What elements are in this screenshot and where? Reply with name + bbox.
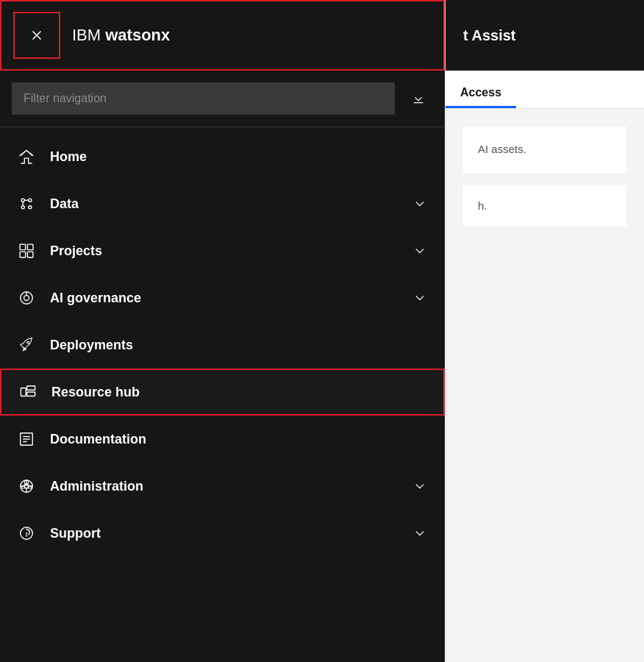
svg-rect-7 [20,244,26,250]
panel-title: t Assist [463,27,516,44]
support-chevron-icon [412,526,427,541]
svg-rect-15 [27,386,35,391]
panel-description: AI assets. [478,141,612,158]
deployments-icon [18,336,35,354]
administration-icon [18,477,35,495]
collapse-all-button[interactable] [404,84,433,113]
tab-access[interactable]: Access [446,86,516,108]
svg-rect-10 [27,252,33,257]
svg-point-3 [21,206,24,209]
ai-governance-chevron-icon [412,291,427,305]
sidebar-item-documentation[interactable]: Documentation [0,416,445,463]
sidebar-item-deployments-label: Deployments [50,338,427,353]
close-button[interactable] [13,12,60,59]
sidebar-item-projects[interactable]: Projects [0,227,445,274]
svg-point-22 [24,484,29,488]
svg-point-12 [24,296,29,301]
sidebar-item-home[interactable]: Home [0,133,445,180]
sidebar-item-ai-governance[interactable]: AI governance [0,274,445,321]
svg-rect-16 [27,392,35,396]
data-chevron-icon [412,196,427,211]
sidebar-item-support-label: Support [50,526,398,541]
projects-chevron-icon [412,243,427,258]
data-icon [18,195,35,213]
svg-rect-5 [24,200,29,201]
svg-rect-14 [21,388,26,396]
sidebar-item-ai-governance-label: AI governance [50,291,398,306]
sidebar-item-home-label: Home [50,149,427,165]
administration-chevron-icon [412,479,427,494]
sidebar-item-resource-hub-label: Resource hub [51,385,426,400]
support-icon [18,524,35,542]
svg-rect-0 [414,102,423,103]
resource-hub-icon [19,383,37,401]
svg-point-1 [21,199,24,202]
panel-header: t Assist [446,0,644,71]
svg-rect-6 [23,202,24,206]
svg-point-2 [29,199,32,202]
svg-rect-8 [27,244,33,250]
svg-point-28 [26,533,27,534]
svg-rect-9 [20,252,26,257]
right-panel: t Assist Access AI assets. h. [445,0,644,662]
sidebar-item-projects-label: Projects [50,243,398,259]
sidebar-item-documentation-label: Documentation [50,432,427,447]
panel-content-box: AI assets. [463,127,626,173]
svg-point-4 [29,206,32,209]
sidebar-item-resource-hub[interactable]: Resource hub [0,369,445,416]
sidebar-item-data-label: Data [50,196,398,212]
sidebar-item-administration-label: Administration [50,479,398,494]
app-title: IBM watsonx [72,26,170,45]
home-icon [18,148,35,166]
filter-bar [0,71,445,127]
filter-input[interactable] [12,82,395,115]
sidebar-item-deployments[interactable]: Deployments [0,321,445,369]
sidebar-item-administration[interactable]: Administration [0,463,445,510]
panel-tabs: Access [446,71,644,109]
nav-list: Home Data [0,127,445,662]
projects-icon [18,242,35,260]
panel-bottom-text: h. [463,185,626,227]
sidebar: IBM watsonx Home [0,0,445,662]
documentation-icon [18,430,35,448]
ai-governance-icon [18,289,35,307]
sidebar-item-support[interactable]: Support [0,510,445,557]
sidebar-header: IBM watsonx [0,0,445,71]
sidebar-item-data[interactable]: Data [0,180,445,227]
panel-body: AI assets. h. [446,109,644,662]
